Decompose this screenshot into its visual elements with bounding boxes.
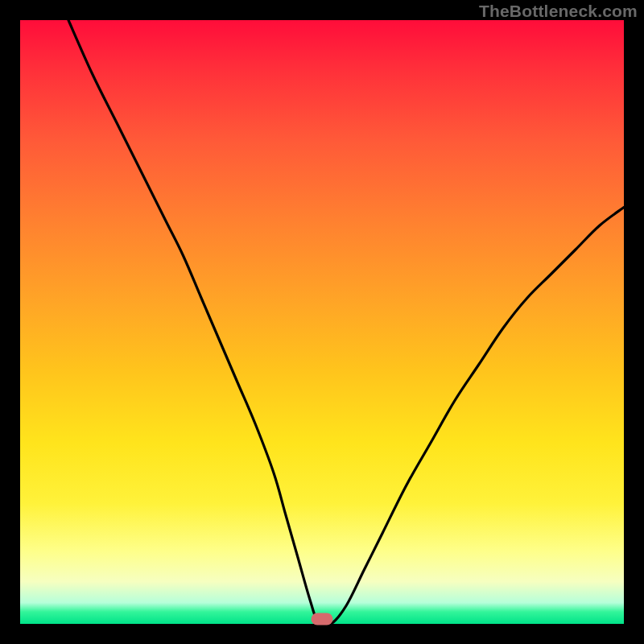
watermark-text: TheBottleneck.com — [479, 2, 638, 21]
chart-frame: TheBottleneck.com — [0, 0, 644, 644]
optimal-marker — [312, 613, 333, 625]
bottleneck-curve — [68, 20, 624, 627]
curve-svg — [20, 20, 624, 624]
plot-area — [20, 20, 624, 624]
